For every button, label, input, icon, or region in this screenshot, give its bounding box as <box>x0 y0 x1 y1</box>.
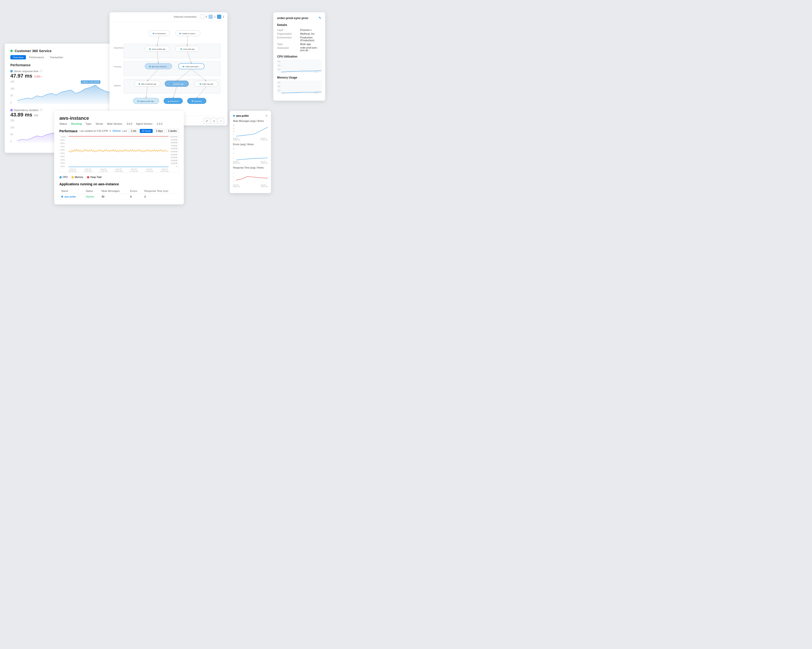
apps-section-title: Applications running on aws-instance <box>60 182 179 186</box>
mule-label: Mule Version: <box>107 122 123 125</box>
svg-text:1h max: 1h max <box>314 92 318 93</box>
mule-messages-chart: 20 23 15 8 <box>233 123 268 138</box>
map-fullscreen-button[interactable]: ⤢ <box>204 118 210 124</box>
edit-icon[interactable]: ✎ <box>319 16 321 20</box>
mem-chart: 75% 50% 25% 1h min 1h max <box>277 81 321 93</box>
svg-text:🐦 order-sys-api: 🐦 order-sys-api <box>199 83 213 85</box>
svg-text:20: 20 <box>233 124 235 126</box>
cpu-legend-label: CPU <box>63 176 68 179</box>
layer-experience: Experience <box>114 47 124 49</box>
close-button[interactable]: ✕ <box>265 114 268 117</box>
perf-title: Performace <box>60 129 78 133</box>
app-name-cell: aws-poller <box>60 194 84 200</box>
app-response: 2 <box>142 194 179 200</box>
tab-transaction[interactable]: Transaction <box>47 55 66 60</box>
tabs-row: Overview Performance Transaction <box>11 55 114 60</box>
panel-title: order-prod-sync-proc <box>277 16 308 20</box>
type-label: Type: <box>85 122 92 125</box>
app-status-dot <box>61 196 63 197</box>
apps-table-body: aws-poller Started 30 0 2 <box>60 194 179 200</box>
time-btn-1min[interactable]: 1 min <box>129 129 138 133</box>
status-value: Running <box>71 122 82 125</box>
svg-text:1h min: 1h min <box>281 71 285 73</box>
dep-y-labels: 150 100 50 0 <box>11 119 17 143</box>
tab-performance[interactable]: Performance <box>27 55 46 60</box>
app-status: Started <box>84 194 99 200</box>
started-badge: Started <box>85 195 94 198</box>
host-key: Hostname <box>277 46 298 52</box>
col-errors: Errors <box>128 188 142 194</box>
apps-table-header: Name Status Mule Messages Errors Respons… <box>60 188 179 194</box>
dependency-value: 43.89 ms <box>11 112 32 118</box>
service-title-row: Customer 360 Service <box>11 49 114 53</box>
layer-dropdown[interactable]: ▾ <box>310 29 311 31</box>
details-section-label: Details <box>277 23 321 27</box>
server-response-label: Server response time <box>14 70 39 73</box>
refresh-label[interactable]: Refresh <box>113 130 121 132</box>
host-val: order-prod-sync-proc.de... <box>300 46 321 52</box>
map-svg: Experience Process System 🐦 e-commerce 🐦… <box>112 24 225 113</box>
mule-messages-section: Mule Messages (avg) / 8mins 20 23 15 8 A… <box>233 120 268 141</box>
perf-x-labels: Aug 2900:59 PM Aug 2907:54 PM Aug 2911:5… <box>69 168 168 172</box>
app-errors: 0 <box>128 194 142 200</box>
svg-text:1: 1 <box>233 181 234 182</box>
chart-tooltip: 148ms 1:35:43AM <box>81 80 101 84</box>
map-zoom-in-button[interactable]: + <box>211 118 217 124</box>
status-label: Status: <box>60 122 67 125</box>
layer-process: Process <box>114 66 122 68</box>
server-response-metric: 47.97 ms 3.6% ↑ <box>11 73 114 79</box>
svg-text:🐦 mobile-e-comm...: 🐦 mobile-e-comm... <box>179 32 197 35</box>
order-prod-panel: order-prod-sync-proc ✎ Details Layer Pro… <box>273 12 325 101</box>
svg-rect-1 <box>124 61 220 76</box>
panel-title-row: order-prod-sync-proc ✎ <box>277 16 321 20</box>
perf-y-right-labels: 1000MB 900MB 800MB 700MB 600MB 500MB 400… <box>168 135 179 168</box>
svg-text:🐦 sfdc-customer-api: 🐦 sfdc-customer-api <box>138 83 156 85</box>
details-grid: Layer Process ▾ Organization Mythical, I… <box>277 29 321 52</box>
last-updated: Last updated at 3:58:12PM <box>79 130 108 132</box>
dependency-label: Dependency duration <box>14 109 39 112</box>
conn-box-blue <box>217 15 221 19</box>
time-btn-24h[interactable]: 24 hours <box>140 129 153 133</box>
status-dot <box>11 50 13 52</box>
svg-text:🐦 order-prod-sync...: 🐦 order-prod-sync... <box>182 65 200 68</box>
agent-label: Agent Version: <box>136 122 153 125</box>
col-status: Status <box>84 188 99 194</box>
app-name[interactable]: aws-poller <box>64 195 76 198</box>
heap-legend-label: Heap Total <box>90 176 102 179</box>
last-label: Last: <box>122 130 127 132</box>
svg-text:23: 23 <box>233 128 235 129</box>
svg-text:🐦 products-api: 🐦 products-api <box>170 83 183 85</box>
table-row: aws-poller Started 30 0 2 <box>60 194 179 200</box>
org-val: Mythical, Inc <box>300 32 321 35</box>
col-response: Response Time (ms) <box>142 188 179 194</box>
time-btn-3days[interactable]: 3 days <box>154 129 165 133</box>
legend-heap: Heap Total <box>87 176 102 179</box>
type-val: Mule app <box>300 43 321 46</box>
svg-text:10: 10 <box>233 148 235 150</box>
svg-text:🐦 omni-mobile-api: 🐦 omni-mobile-api <box>149 48 165 50</box>
svg-text:50%: 50% <box>278 86 281 87</box>
refresh-icon: ↻ <box>109 130 111 132</box>
mule-value: 3.6.0 <box>127 122 132 125</box>
poller-dot <box>233 115 235 117</box>
conn-box-blue-light <box>209 15 213 19</box>
time-btn-2weeks[interactable]: 2 weeks <box>166 129 179 133</box>
service-map-card: Inbound connection: 0 1 2 Experience Pro… <box>110 12 227 126</box>
layer-system: System <box>114 84 121 87</box>
tab-overview[interactable]: Overview <box>11 55 26 60</box>
svg-rect-37 <box>277 60 321 73</box>
chart-svg-wrap: 148ms 1:35:43AM <box>17 80 114 104</box>
cpu-chart: 75% 50% 25% 1h min 1h max <box>277 60 321 73</box>
info-icon: ⓘ <box>40 69 43 73</box>
svg-text:🐦 legacy-order-api...: 🐦 legacy-order-api... <box>137 100 155 102</box>
inbound-label: Inbound connection: <box>174 15 197 18</box>
response-time-title: Response Time (avg) / 8mins <box>233 167 268 169</box>
env-val: Production (Production) <box>300 36 321 42</box>
mule-x-labels: Aug 2900:59 PM Aug 2907:54 PM <box>233 138 268 141</box>
poller-title: aws-poller <box>233 114 249 117</box>
conn-count-2: 2 <box>223 15 224 18</box>
map-zoom-out-button[interactable]: − <box>218 118 224 124</box>
server-response-legend: Server response time ⓘ <box>11 69 114 73</box>
map-top-bar: Inbound connection: 0 1 2 <box>110 12 227 21</box>
svg-text:🐦 e-commerce: 🐦 e-commerce <box>153 32 166 35</box>
